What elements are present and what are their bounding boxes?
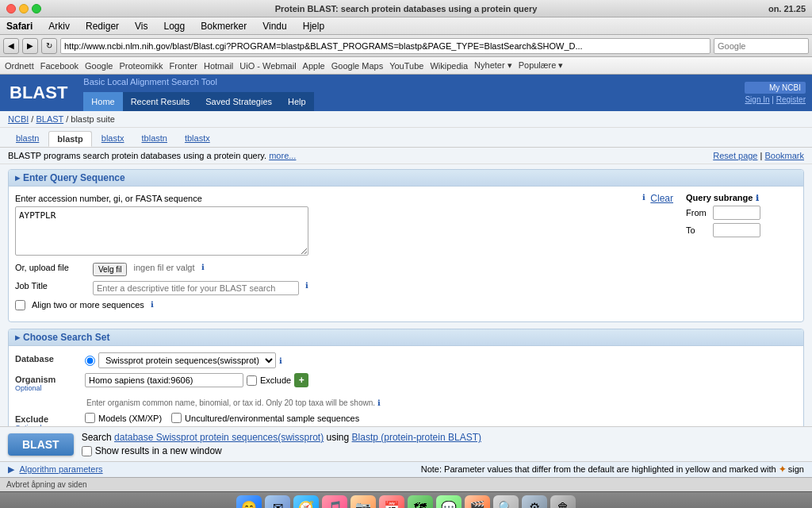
organism-hint-info[interactable]: ℹ — [377, 398, 381, 407]
subrange-section: Query subrange ℹ From To — [686, 193, 797, 315]
clear-link[interactable]: Clear — [650, 193, 673, 204]
menu-logg[interactable]: Logg — [161, 19, 189, 33]
bookmark-wikipedia[interactable]: Wikipedia — [430, 61, 468, 71]
breadcrumb-blast[interactable]: BLAST — [36, 114, 63, 124]
dock-system-prefs[interactable]: ⚙ — [522, 495, 547, 509]
align-checkbox[interactable] — [15, 300, 25, 310]
url-bar[interactable] — [60, 38, 710, 54]
nav-recent[interactable]: Recent Results — [123, 92, 198, 111]
result-algo-link[interactable]: Blastp (protein-protein BLAST) — [352, 432, 481, 443]
query-section-body: Enter accession number, gi, or FASTA seq… — [9, 187, 803, 321]
exclude-label: Exclude Optional — [15, 413, 79, 426]
tab-tblastx[interactable]: tblastx — [177, 131, 218, 147]
bookmark-googlemaps[interactable]: Google Maps — [331, 61, 383, 71]
database-select[interactable]: Swissprot protein sequences(swissprot) — [98, 352, 276, 368]
sequence-textarea[interactable]: AYPTPLR — [15, 206, 308, 256]
address-bar: ◀ ▶ ↻ — [0, 35, 812, 57]
new-window-checkbox[interactable] — [82, 446, 92, 456]
dock-mail[interactable]: ✉ — [265, 495, 290, 509]
nav-saved[interactable]: Saved Strategies — [197, 92, 280, 111]
status-bar: Avbret åpning av siden — [0, 477, 812, 491]
google-search[interactable] — [714, 38, 809, 54]
main-content: Enter Query Sequence Enter accession num… — [0, 164, 812, 426]
result-db-link[interactable]: database Swissprot protein sequences(swi… — [114, 432, 324, 443]
menu-rediger[interactable]: Rediger — [82, 19, 122, 33]
align-info-icon[interactable]: ℹ — [151, 300, 154, 309]
more-link[interactable]: more... — [269, 151, 296, 160]
dock-safari[interactable]: 🧭 — [293, 495, 319, 509]
nav-help[interactable]: Help — [280, 92, 314, 111]
tab-blastp[interactable]: blastp — [48, 131, 91, 147]
dock-spotlight[interactable]: 🔍 — [493, 495, 519, 509]
my-ncbi-area: My NCBI Sign In | Register — [738, 75, 812, 111]
models-checkbox[interactable] — [85, 413, 95, 423]
dock-maps[interactable]: 🗺 — [408, 495, 433, 509]
menu-hjelp[interactable]: Hjelp — [300, 19, 327, 33]
bookmark-apple[interactable]: Apple — [303, 61, 325, 71]
menu-bokmerker[interactable]: Bokmerker — [197, 19, 250, 33]
minimize-button[interactable] — [19, 4, 29, 13]
to-label: To — [686, 225, 708, 235]
bookmark-populare[interactable]: Populære ▾ — [519, 60, 564, 71]
maximize-button[interactable] — [32, 4, 41, 13]
tab-blastx[interactable]: blastx — [94, 131, 132, 147]
algo-params-link[interactable]: Algorithm parameters — [19, 464, 102, 474]
register-link[interactable]: Register — [776, 95, 806, 104]
breadcrumb-ncbi[interactable]: NCBI — [8, 114, 29, 124]
from-input[interactable] — [713, 206, 760, 220]
menu-vindu[interactable]: Vindu — [259, 19, 289, 33]
from-row: From — [686, 206, 797, 220]
job-title-input[interactable] — [93, 281, 299, 295]
upload-info-icon[interactable]: ℹ — [201, 263, 205, 271]
program-tabs: blastn blastp blastx tblastn tblastx — [0, 128, 812, 148]
bookmark-link[interactable]: Bookmark — [764, 151, 804, 160]
upload-btn[interactable]: Velg fil — [93, 263, 127, 276]
top-description: BLASTP programs search protein databases… — [8, 151, 296, 160]
menu-arkiv[interactable]: Arkiv — [45, 19, 73, 33]
database-radio[interactable] — [85, 356, 95, 366]
dock-photos[interactable]: 📷 — [350, 495, 376, 509]
bookmark-nyheter[interactable]: Nyheter ▾ — [474, 60, 512, 71]
database-info-icon[interactable]: ℹ — [279, 356, 282, 365]
close-button[interactable] — [6, 4, 16, 13]
menu-safari[interactable]: Safari — [3, 19, 36, 33]
uncultured-checkbox[interactable] — [171, 413, 182, 423]
dock-trash[interactable]: 🗑 — [550, 495, 576, 509]
bookmark-facebook[interactable]: Facebook — [40, 61, 79, 71]
signin-link[interactable]: Sign In — [745, 95, 769, 104]
nav-home[interactable]: Home — [83, 92, 122, 111]
reset-page-link[interactable]: Reset page — [713, 151, 757, 160]
tab-blastn[interactable]: blastn — [8, 131, 47, 147]
tab-tblastn[interactable]: tblastn — [134, 131, 175, 147]
organism-input[interactable] — [85, 373, 243, 387]
bookmark-hotmail[interactable]: Hotmail — [204, 61, 233, 71]
add-organism-btn[interactable]: + — [294, 373, 308, 387]
breadcrumb-current: blastp suite — [71, 114, 115, 124]
to-input[interactable] — [713, 223, 760, 237]
bookmark-google[interactable]: Google — [85, 61, 113, 71]
bookmark-uio[interactable]: UiO - Webmail — [239, 61, 296, 71]
my-ncbi-btn[interactable]: My NCBI — [745, 82, 806, 94]
dock-music[interactable]: 🎵 — [322, 495, 347, 509]
subrange-info-icon[interactable]: ℹ — [756, 194, 759, 202]
organism-exclude-checkbox[interactable] — [247, 375, 257, 386]
bookmark-fronter[interactable]: Fronter — [170, 61, 197, 71]
menu-vis[interactable]: Vis — [132, 19, 151, 33]
dock-itunes[interactable]: 🎬 — [465, 495, 490, 509]
job-info-icon[interactable]: ℹ — [305, 281, 308, 290]
dock-finder[interactable]: 😊 — [236, 495, 262, 509]
bookmark-proteomikk[interactable]: Proteomikk — [119, 61, 163, 71]
accession-info-icon[interactable]: ℹ — [642, 193, 645, 204]
refresh-button[interactable]: ↻ — [41, 38, 57, 54]
result-text: Search database Swissprot protein sequen… — [82, 432, 481, 456]
bookmark-ordnett[interactable]: Ordnett — [5, 61, 34, 71]
back-button[interactable]: ◀ — [3, 38, 19, 54]
from-label: From — [686, 208, 708, 217]
status-text: Avbret åpning av siden — [6, 480, 87, 489]
forward-button[interactable]: ▶ — [22, 38, 38, 54]
dock-calendar[interactable]: 📅 — [379, 495, 404, 509]
search-set-section: Choose Search Set Database Swissprot pro… — [8, 329, 804, 426]
dock-messages[interactable]: 💬 — [436, 495, 462, 509]
blast-submit-btn[interactable]: BLAST — [8, 433, 74, 456]
bookmark-youtube[interactable]: YouTube — [389, 61, 423, 71]
